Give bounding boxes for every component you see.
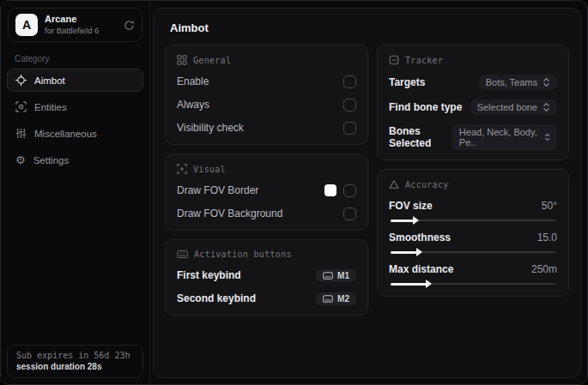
crosshair-icon (15, 75, 27, 86)
visibility-check-checkbox[interactable] (343, 122, 356, 135)
max-distance-slider-row: Max distance 250m (389, 263, 557, 285)
app-title: Arcane (45, 14, 117, 26)
sidebar-item-label: Entities (34, 102, 67, 112)
visibility-check-label: Visibility check (177, 122, 244, 134)
sub-expiry-text: Sub expires in 56d 23h (16, 351, 134, 360)
smoothness-value: 15.0 (537, 232, 557, 244)
targets-dropdown[interactable]: Bots, Teams (479, 75, 557, 90)
fov-size-label: FOV size (389, 200, 433, 212)
draw-fov-border-checkbox[interactable] (343, 184, 356, 197)
refresh-icon[interactable] (124, 20, 135, 31)
card-title: Tracker (405, 56, 443, 65)
slider-thumb[interactable] (416, 248, 422, 256)
fov-size-value: 50° (542, 200, 557, 212)
second-keybind-label: Second keybind (177, 292, 256, 304)
draw-fov-background-checkbox[interactable] (343, 208, 356, 220)
bones-selected-dropdown[interactable]: Head, Neck, Body, Pe.. (452, 124, 557, 150)
sidebar-item-settings[interactable]: ⚙ Settings (7, 148, 143, 171)
chevron-up-down-icon (543, 102, 550, 112)
chevron-up-down-icon (544, 132, 550, 142)
smoothness-slider-row: Smoothness 15.0 (389, 232, 557, 253)
accuracy-card: Accuracy FOV size 50° (377, 169, 569, 297)
card-title: Accuracy (405, 180, 449, 189)
page-title: Aimbot (170, 21, 569, 34)
fov-size-slider-row: FOV size 50° (389, 200, 557, 221)
enable-checkbox[interactable] (343, 75, 356, 88)
tracker-card: Tracker Targets Bots, Teams Find bone ty… (377, 45, 569, 160)
slider-thumb[interactable] (426, 280, 432, 288)
dropdown-value: Head, Neck, Body, Pe.. (459, 127, 539, 147)
main-panel: Aimbot General Enable (153, 8, 581, 378)
session-duration-text: session duration 28s (16, 362, 134, 371)
smoothness-slider[interactable] (391, 251, 555, 253)
first-keybind-button[interactable]: M1 (316, 269, 356, 282)
focus-plus-icon (177, 164, 187, 174)
max-distance-value: 250m (531, 263, 557, 275)
sidebar-item-label: Settings (33, 155, 70, 165)
subscription-info: Sub expires in 56d 23h session duration … (7, 345, 143, 378)
logo-card: A Arcane for Battlefield 6 (8, 8, 142, 42)
max-distance-label: Max distance (389, 263, 453, 275)
always-checkbox[interactable] (343, 99, 356, 111)
app-subtitle: for Battlefield 6 (45, 26, 117, 36)
keyboard-icon (323, 272, 333, 280)
app-window: A Arcane for Battlefield 6 Category Aimb… (0, 0, 588, 385)
scan-icon (15, 101, 27, 112)
max-distance-slider[interactable] (391, 283, 555, 285)
chevron-up-down-icon (543, 77, 550, 87)
sidebar-item-label: Aimbot (34, 75, 65, 86)
sidebar-item-label: Miscellaneous (34, 129, 97, 139)
keyboard-icon (177, 250, 188, 259)
grid-icon (177, 55, 187, 65)
gear-icon: ⚙ (15, 154, 26, 165)
smoothness-label: Smoothness (389, 232, 451, 244)
fov-border-color-swatch[interactable] (324, 184, 336, 196)
second-keybind-button[interactable]: M2 (316, 292, 356, 305)
sidebar-nav: Aimbot Entities Miscellaneous ⚙ Settings (1, 69, 149, 171)
keybind-value: M1 (337, 271, 349, 280)
always-label: Always (177, 99, 209, 111)
card-title: Visual (193, 165, 226, 174)
targets-label: Targets (389, 76, 425, 88)
draw-fov-background-label: Draw FOV Background (177, 208, 282, 220)
sidebar-item-aimbot[interactable]: Aimbot (7, 69, 143, 92)
sidebar-item-miscellaneous[interactable]: Miscellaneous (7, 122, 143, 145)
bones-selected-label: Bones Selected (389, 125, 452, 149)
sliders-icon (15, 128, 27, 139)
triangle-icon (389, 179, 399, 189)
keyboard-icon (323, 295, 333, 303)
card-title: Activation buttons (194, 250, 292, 259)
sidebar-item-entities[interactable]: Entities (7, 95, 143, 118)
general-card: General Enable Always Visibility check (165, 45, 368, 145)
draw-fov-border-label: Draw FOV Border (177, 184, 258, 196)
dropdown-value: Selected bone (477, 102, 537, 112)
find-bone-type-label: Find bone type (389, 101, 462, 113)
activation-buttons-card: Activation buttons First keybind M1 Seco… (165, 239, 368, 316)
enable-label: Enable (177, 75, 209, 87)
card-title: General (193, 56, 231, 65)
first-keybind-label: First keybind (177, 269, 241, 281)
slider-thumb[interactable] (413, 216, 419, 225)
box-minus-icon (389, 55, 399, 65)
app-logo: A (15, 14, 38, 36)
category-label: Category (15, 54, 149, 63)
keybind-value: M2 (337, 294, 349, 304)
dropdown-value: Bots, Teams (486, 77, 537, 87)
find-bone-type-dropdown[interactable]: Selected bone (470, 99, 557, 115)
visual-card: Visual Draw FOV Border Draw FOV Backgrou… (165, 153, 368, 231)
fov-size-slider[interactable] (391, 220, 555, 221)
sidebar: A Arcane for Battlefield 6 Category Aimb… (1, 1, 150, 384)
